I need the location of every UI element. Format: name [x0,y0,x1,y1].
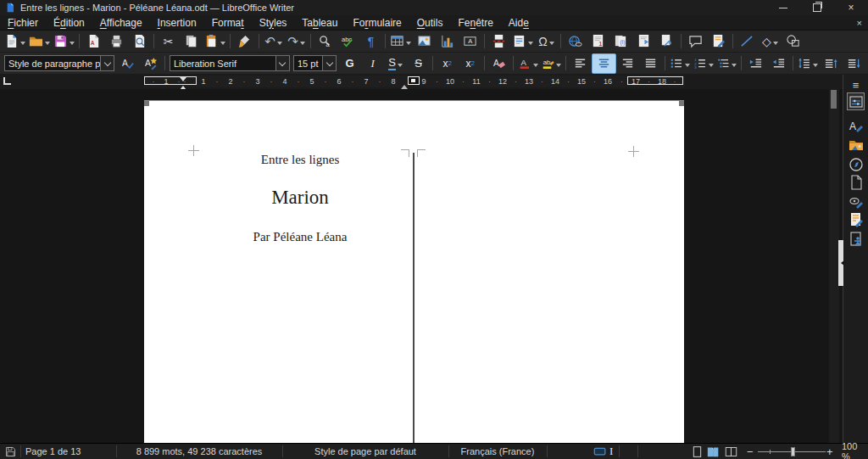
show-draw-functions-button[interactable] [782,32,804,51]
font-size-dropdown-icon[interactable] [322,56,336,70]
word-count-status[interactable]: 8 899 mots, 49 238 caractères [116,444,282,459]
sidebar-tab-accessibility-check[interactable] [847,230,865,248]
sidebar-tab-gallery[interactable] [847,136,865,154]
underline-button[interactable]: S [384,54,407,73]
page-spread[interactable]: Entre les lignes Marion Par Péléane Léan… [144,100,684,443]
insert-cross-reference-button[interactable] [655,32,678,51]
italic-button[interactable]: I [361,54,384,73]
align-left-button[interactable] [569,54,592,73]
font-name-select[interactable]: Liberation Serif [170,55,290,71]
menu-affichage[interactable]: Affichage [92,16,150,30]
clear-formatting-button[interactable] [487,54,510,73]
insert-page-break-button[interactable] [487,32,510,51]
document-title[interactable]: Marion [193,187,407,209]
selection-mode-button[interactable] [593,444,607,459]
dropdown-arrow-icon[interactable] [398,64,403,70]
new-style-button[interactable] [139,54,162,73]
track-changes-button[interactable] [707,32,730,51]
line-spacing-button[interactable] [796,54,820,73]
outline-list-button[interactable] [715,54,739,73]
bold-button[interactable]: G [338,54,361,73]
dropdown-arrow-icon[interactable] [533,64,538,70]
sidebar-settings-button[interactable]: ≡ [847,76,865,94]
minimize-button[interactable] [766,0,800,15]
increase-indent-button[interactable] [744,54,767,73]
insert-field-button[interactable] [510,32,535,51]
menu-tableau[interactable]: Tableau [294,16,345,30]
insert-table-button[interactable] [388,32,413,51]
dropdown-arrow-icon[interactable] [300,42,305,48]
ordered-list-button[interactable] [692,54,715,73]
align-center-button[interactable] [592,53,616,74]
sidebar-tab-manage-changes[interactable] [847,210,865,228]
increase-paragraph-spacing-button[interactable] [820,54,843,73]
insert-endnote-button[interactable] [609,32,632,51]
copy-button[interactable] [180,32,203,51]
new-document-button[interactable] [3,32,27,51]
insert-chart-button[interactable] [436,32,459,51]
zoom-slider-thumb[interactable] [791,447,795,456]
dropdown-arrow-icon[interactable] [732,64,737,70]
menu-format[interactable]: Format [204,16,252,30]
align-right-button[interactable] [616,54,639,73]
insert-footnote-button[interactable] [587,32,609,51]
font-name-dropdown-icon[interactable] [275,56,289,70]
dropdown-arrow-icon[interactable] [45,42,50,48]
print-preview-button[interactable] [128,32,151,51]
insert-line-button[interactable] [736,32,759,51]
insert-comment-button[interactable] [684,32,707,51]
language-status[interactable]: Français (France) [448,444,547,459]
menu-fichier[interactable]: Fichier [0,16,46,30]
decrease-paragraph-spacing-button[interactable] [843,54,865,73]
insert-hyperlink-button[interactable] [564,32,587,51]
view-multi-page-button[interactable] [706,444,721,459]
close-document-icon[interactable]: × [851,18,868,28]
dropdown-arrow-icon[interactable] [277,42,282,48]
dropdown-arrow-icon[interactable] [20,42,25,48]
decrease-indent-button[interactable] [767,54,790,73]
dropdown-arrow-icon[interactable] [70,42,75,48]
zoom-in-button[interactable]: + [826,444,833,459]
sidebar-tab-styles[interactable] [847,116,865,134]
insert-bookmark-button[interactable] [632,32,655,51]
formatting-marks-button[interactable]: ¶ [359,32,382,51]
save-button[interactable] [52,32,76,51]
zoom-out-button[interactable]: − [747,444,754,459]
clone-formatting-button[interactable] [233,32,256,51]
menu-aide[interactable]: Aide [501,16,537,30]
view-single-page-button[interactable] [691,444,704,459]
menu-edition[interactable]: Édition [46,16,92,30]
sidebar-tab-style-inspector[interactable] [847,193,865,210]
dropdown-arrow-icon[interactable] [220,42,225,48]
dropdown-arrow-icon[interactable] [709,64,714,70]
menu-styles[interactable]: Styles [252,16,295,30]
insert-text-box-button[interactable] [459,32,481,51]
sidebar-tab-properties[interactable] [847,92,865,110]
menu-insertion[interactable]: Insertion [150,16,204,30]
dropdown-arrow-icon[interactable] [773,42,778,48]
strikethrough-button[interactable]: S [407,54,430,73]
restore-button[interactable] [800,0,834,15]
dropdown-arrow-icon[interactable] [685,64,690,70]
dropdown-arrow-icon[interactable] [556,64,561,70]
menu-fenetre[interactable]: Fenêtre [450,16,500,30]
dropdown-arrow-icon[interactable] [813,64,818,70]
tab-stop-type-icon[interactable] [3,77,11,85]
menu-outils[interactable]: Outils [409,16,451,30]
superscript-button[interactable]: x2 [436,54,459,73]
dropdown-arrow-icon[interactable] [406,42,411,48]
save-status-button[interactable] [5,444,16,459]
font-color-button[interactable] [516,54,540,73]
spelling-button[interactable] [337,32,359,51]
paragraph-style-dropdown-icon[interactable] [100,56,114,70]
font-size-select[interactable]: 15 pt [293,55,337,71]
export-pdf-button[interactable] [82,32,105,51]
sidebar-tab-navigator[interactable] [847,155,865,173]
paste-button[interactable] [203,32,227,51]
unordered-list-button[interactable] [668,54,692,73]
view-book-button[interactable] [724,444,738,459]
paragraph-style-select[interactable]: Style de paragraphe par défaut [4,55,114,71]
scrollbar-thumb[interactable] [831,90,837,109]
dropdown-arrow-icon[interactable] [528,42,533,48]
highlight-color-button[interactable] [540,54,564,73]
